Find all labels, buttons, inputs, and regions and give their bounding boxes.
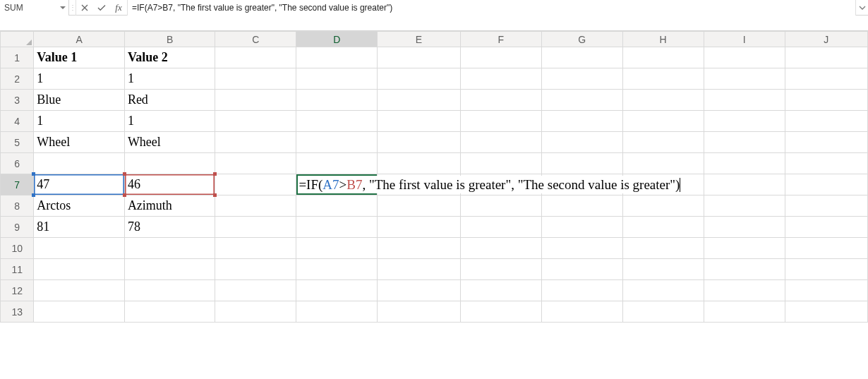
cell-F9[interactable] bbox=[460, 217, 541, 238]
cell-I6[interactable] bbox=[704, 153, 785, 174]
cell-E10[interactable] bbox=[378, 238, 460, 259]
row-header-8[interactable]: 8 bbox=[1, 195, 34, 217]
row-header-7[interactable]: 7 bbox=[1, 174, 34, 195]
column-header-D[interactable]: D bbox=[296, 32, 378, 47]
row-header-4[interactable]: 4 bbox=[1, 111, 34, 132]
cell-G8[interactable] bbox=[541, 195, 622, 217]
cell-A12[interactable] bbox=[34, 280, 125, 301]
cell-G3[interactable] bbox=[541, 90, 622, 111]
cell-D12[interactable] bbox=[296, 280, 378, 301]
row-header-10[interactable]: 10 bbox=[1, 238, 34, 259]
cell-H3[interactable] bbox=[622, 90, 704, 111]
cell-F3[interactable] bbox=[460, 90, 541, 111]
cell-J9[interactable] bbox=[785, 217, 867, 238]
cell-G10[interactable] bbox=[541, 238, 622, 259]
cell-I11[interactable] bbox=[704, 259, 785, 280]
cell-I9[interactable] bbox=[704, 217, 785, 238]
cell-B4[interactable]: 1 bbox=[124, 111, 215, 132]
cell-I10[interactable] bbox=[704, 238, 785, 259]
cell-G7[interactable] bbox=[541, 174, 622, 195]
column-header-I[interactable]: I bbox=[704, 32, 785, 47]
cell-F11[interactable] bbox=[460, 259, 541, 280]
cell-F8[interactable] bbox=[460, 195, 541, 217]
cell-G2[interactable] bbox=[541, 68, 622, 90]
cell-B2[interactable]: 1 bbox=[124, 68, 215, 90]
cell-D11[interactable] bbox=[296, 259, 378, 280]
cell-I5[interactable] bbox=[704, 132, 785, 153]
cell-D7[interactable]: =IF(A7>B7, "The first value is greater",… bbox=[296, 174, 378, 195]
formula-input[interactable]: =IF(A7>B7, "The first value is greater",… bbox=[127, 0, 855, 16]
cell-A9[interactable]: 81 bbox=[34, 217, 125, 238]
cell-C3[interactable] bbox=[215, 90, 296, 111]
cell-B6[interactable] bbox=[124, 153, 215, 174]
cell-J10[interactable] bbox=[785, 238, 867, 259]
cell-F5[interactable] bbox=[460, 132, 541, 153]
cell-C7[interactable] bbox=[215, 174, 296, 195]
cell-H2[interactable] bbox=[622, 68, 704, 90]
row-header-11[interactable]: 11 bbox=[1, 259, 34, 280]
cell-A1[interactable]: Value 1 bbox=[34, 47, 125, 68]
cell-D2[interactable] bbox=[296, 68, 378, 90]
cell-J7[interactable] bbox=[785, 174, 867, 195]
cancel-formula-button[interactable] bbox=[76, 0, 93, 16]
cell-I13[interactable] bbox=[704, 301, 785, 323]
cell-G12[interactable] bbox=[541, 280, 622, 301]
cell-G13[interactable] bbox=[541, 301, 622, 323]
row-header-1[interactable]: 1 bbox=[1, 47, 34, 68]
cell-D8[interactable] bbox=[296, 195, 378, 217]
cell-J8[interactable] bbox=[785, 195, 867, 217]
cell-B12[interactable] bbox=[124, 280, 215, 301]
cell-J11[interactable] bbox=[785, 259, 867, 280]
cell-C5[interactable] bbox=[215, 132, 296, 153]
cell-E13[interactable] bbox=[378, 301, 460, 323]
cell-E5[interactable] bbox=[378, 132, 460, 153]
cell-C2[interactable] bbox=[215, 68, 296, 90]
cell-G4[interactable] bbox=[541, 111, 622, 132]
cell-E6[interactable] bbox=[378, 153, 460, 174]
accept-formula-button[interactable] bbox=[93, 0, 110, 16]
cell-B8[interactable]: Azimuth bbox=[124, 195, 215, 217]
cell-E4[interactable] bbox=[378, 111, 460, 132]
cell-B11[interactable] bbox=[124, 259, 215, 280]
cell-F7[interactable] bbox=[460, 174, 541, 195]
column-header-E[interactable]: E bbox=[378, 32, 460, 47]
cell-C12[interactable] bbox=[215, 280, 296, 301]
cell-F4[interactable] bbox=[460, 111, 541, 132]
cell-A6[interactable] bbox=[34, 153, 125, 174]
cell-F13[interactable] bbox=[460, 301, 541, 323]
row-header-2[interactable]: 2 bbox=[1, 68, 34, 90]
cell-H4[interactable] bbox=[622, 111, 704, 132]
cell-E12[interactable] bbox=[378, 280, 460, 301]
cell-D4[interactable] bbox=[296, 111, 378, 132]
cell-A8[interactable]: Arctos bbox=[34, 195, 125, 217]
cell-A13[interactable] bbox=[34, 301, 125, 323]
cell-E8[interactable] bbox=[378, 195, 460, 217]
row-header-12[interactable]: 12 bbox=[1, 280, 34, 301]
cell-H5[interactable] bbox=[622, 132, 704, 153]
cell-E3[interactable] bbox=[378, 90, 460, 111]
cell-J1[interactable] bbox=[785, 47, 867, 68]
row-header-9[interactable]: 9 bbox=[1, 217, 34, 238]
column-header-H[interactable]: H bbox=[622, 32, 704, 47]
cell-C13[interactable] bbox=[215, 301, 296, 323]
cell-D9[interactable] bbox=[296, 217, 378, 238]
row-header-3[interactable]: 3 bbox=[1, 90, 34, 111]
cell-J2[interactable] bbox=[785, 68, 867, 90]
cell-H10[interactable] bbox=[622, 238, 704, 259]
cell-H6[interactable] bbox=[622, 153, 704, 174]
cell-D13[interactable] bbox=[296, 301, 378, 323]
cell-C4[interactable] bbox=[215, 111, 296, 132]
cell-H9[interactable] bbox=[622, 217, 704, 238]
cell-B1[interactable]: Value 2 bbox=[124, 47, 215, 68]
cell-C10[interactable] bbox=[215, 238, 296, 259]
cell-H1[interactable] bbox=[622, 47, 704, 68]
cell-J5[interactable] bbox=[785, 132, 867, 153]
cell-G1[interactable] bbox=[541, 47, 622, 68]
cell-B13[interactable] bbox=[124, 301, 215, 323]
cell-D3[interactable] bbox=[296, 90, 378, 111]
column-header-B[interactable]: B bbox=[124, 32, 215, 47]
cell-J4[interactable] bbox=[785, 111, 867, 132]
cell-H8[interactable] bbox=[622, 195, 704, 217]
cell-F12[interactable] bbox=[460, 280, 541, 301]
cell-E11[interactable] bbox=[378, 259, 460, 280]
